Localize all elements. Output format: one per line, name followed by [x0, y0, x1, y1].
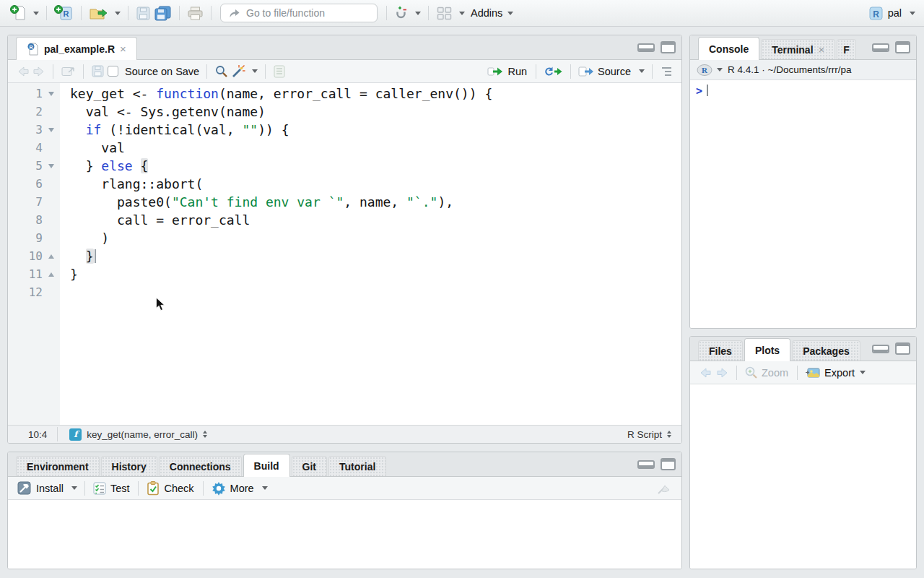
source-button[interactable]: Source: [577, 62, 634, 81]
new-file-button[interactable]: [9, 4, 28, 22]
chevron-down-icon[interactable]: [717, 68, 723, 72]
compile-report-button[interactable]: [271, 62, 287, 81]
fold-down-icon[interactable]: [43, 85, 60, 103]
fold-down-icon[interactable]: [43, 121, 60, 139]
svg-text:R: R: [64, 9, 69, 18]
project-menu-button[interactable]: R pal: [868, 5, 915, 22]
addins-menu-button[interactable]: [502, 4, 515, 22]
zoom-plot-button[interactable]: Zoom: [743, 363, 791, 382]
new-file-icon: [10, 4, 27, 22]
save-all-button[interactable]: [152, 4, 173, 22]
tab-close-icon[interactable]: ×: [819, 43, 825, 56]
test-button[interactable]: Test: [91, 479, 133, 498]
save-document-button[interactable]: [90, 62, 106, 81]
files-tab-files[interactable]: Files: [698, 340, 743, 361]
minimize-pane-icon[interactable]: [872, 43, 889, 52]
console-tab-console[interactable]: Console: [698, 37, 759, 60]
code-line-1[interactable]: 1key_get <- function(name, error_call = …: [8, 85, 681, 103]
file-type-selector[interactable]: R Script: [626, 426, 673, 442]
line-number: 9: [8, 231, 43, 245]
maximize-pane-icon[interactable]: [661, 458, 676, 470]
maximize-pane-icon[interactable]: [895, 41, 910, 53]
code-line-6[interactable]: 6 rlang::abort(: [8, 175, 681, 193]
build-tab-build[interactable]: Build: [243, 454, 290, 477]
open-in-new-window-button[interactable]: [59, 62, 77, 81]
code-line-4[interactable]: 4 val: [8, 139, 681, 157]
next-plot-button[interactable]: [714, 363, 731, 382]
find-replace-button[interactable]: [213, 62, 230, 81]
console-tab-terminal[interactable]: Terminal×: [761, 39, 835, 59]
clear-build-button[interactable]: [654, 479, 674, 498]
files-tab-plots[interactable]: Plots: [744, 338, 790, 361]
build-panel: EnvironmentHistoryConnectionsBuildGitTut…: [7, 452, 682, 569]
check-button[interactable]: Check: [144, 479, 196, 498]
open-file-button[interactable]: [87, 4, 110, 22]
more-build-button[interactable]: More: [209, 479, 257, 498]
save-button[interactable]: [134, 4, 152, 22]
back-button[interactable]: [15, 62, 31, 81]
minimize-pane-icon[interactable]: [637, 460, 655, 469]
console-tab-f[interactable]: F: [837, 39, 856, 59]
build-tab-git[interactable]: Git: [292, 456, 327, 476]
build-tab-tutorial[interactable]: Tutorial: [328, 456, 386, 476]
files-tab-packages[interactable]: Packages: [792, 340, 860, 361]
print-button[interactable]: [186, 4, 205, 22]
version-control-button[interactable]: [393, 4, 410, 22]
goto-file-function-box[interactable]: [220, 4, 378, 22]
build-tab-connections[interactable]: Connections: [159, 456, 242, 476]
rerun-button[interactable]: [542, 62, 565, 81]
forward-button[interactable]: [31, 62, 47, 81]
install-menu-button[interactable]: [66, 479, 79, 498]
code-line-8[interactable]: 8 call = error_call: [8, 211, 681, 229]
maximize-pane-icon[interactable]: [895, 342, 910, 355]
source-menu-button[interactable]: [634, 62, 646, 81]
code-line-5[interactable]: 5 } else {: [8, 157, 681, 175]
run-button[interactable]: Run: [486, 62, 530, 81]
function-scope-selector[interactable]: f key_get(name, error_call): [68, 426, 209, 442]
code-line-3[interactable]: 3 if (!identical(val, "")) {: [8, 121, 681, 139]
build-tab-environment[interactable]: Environment: [16, 456, 100, 476]
previous-plot-button[interactable]: [697, 363, 714, 382]
code-line-11[interactable]: 11}: [8, 265, 681, 283]
code-line-7[interactable]: 7 paste0("Can't find env var `", name, "…: [8, 193, 681, 211]
tab-close-icon[interactable]: ×: [120, 43, 126, 55]
install-button[interactable]: Install: [15, 479, 66, 498]
fold-up-icon[interactable]: [43, 265, 60, 283]
minimize-pane-icon[interactable]: [637, 43, 655, 52]
editor-tab-pal-example[interactable]: R pal_example.R ×: [16, 37, 137, 60]
code-line-12[interactable]: 12: [8, 283, 681, 301]
divider: [797, 366, 798, 380]
goto-file-function-input[interactable]: [246, 7, 354, 19]
code-text: rlang::abort(: [60, 175, 203, 193]
code-tools-button[interactable]: [230, 62, 247, 81]
console-input-area[interactable]: >: [690, 80, 916, 328]
fold-down-icon[interactable]: [43, 157, 60, 175]
document-outline-button[interactable]: [658, 62, 674, 81]
code-editor-area[interactable]: 1key_get <- function(name, error_call = …: [8, 83, 681, 425]
tab-label: Terminal: [772, 44, 813, 56]
more-menu-button[interactable]: [257, 479, 269, 498]
version-control-icon: [394, 5, 409, 22]
code-line-2[interactable]: 2 val <- Sys.getenv(name): [8, 103, 681, 121]
version-control-menu-button[interactable]: [410, 4, 422, 22]
build-tab-history[interactable]: History: [101, 456, 157, 476]
new-file-menu-button[interactable]: [28, 4, 40, 22]
open-recent-menu-button[interactable]: [110, 4, 122, 22]
minimize-pane-icon[interactable]: [872, 345, 889, 353]
popout-window-icon: [61, 65, 76, 77]
export-image-icon: [805, 366, 821, 379]
code-tools-menu-button[interactable]: [247, 62, 259, 81]
export-plot-button[interactable]: Export: [803, 363, 867, 382]
maximize-pane-icon[interactable]: [661, 41, 676, 53]
code-line-9[interactable]: 9 ): [8, 229, 681, 247]
new-project-button[interactable]: R: [53, 4, 75, 22]
source-on-save-checkbox[interactable]: [106, 62, 121, 81]
workspace-panes-button[interactable]: [435, 4, 454, 22]
fold-spacer: [43, 211, 60, 229]
fold-up-icon[interactable]: [43, 247, 60, 265]
tab-label: Build: [254, 460, 279, 472]
code-line-10[interactable]: 10 }: [8, 247, 681, 265]
panes-menu-button[interactable]: [454, 4, 466, 22]
line-number: 8: [8, 213, 43, 227]
back-arrow-icon: [17, 66, 30, 77]
